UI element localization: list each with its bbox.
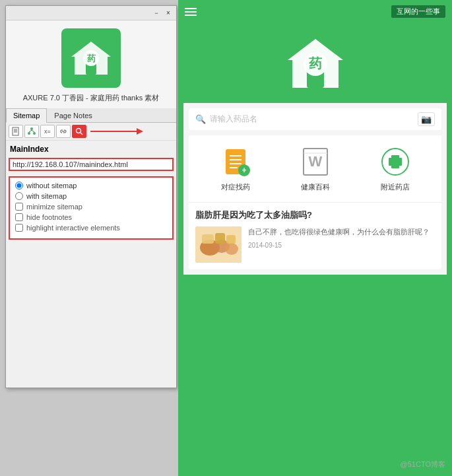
- sitemap-content: MainIndex without sitemap with sitemap m…: [6, 141, 176, 244]
- watermark: @51CTO博客: [401, 459, 445, 469]
- category-label-1: 健康百科: [301, 182, 330, 192]
- phone-content-area: + 对症找药 W 健康百科: [189, 135, 441, 269]
- radio-with-sitemap[interactable]: with sitemap: [15, 192, 167, 200]
- hamburger-menu[interactable]: [185, 8, 197, 16]
- url-input[interactable]: [9, 158, 174, 171]
- svg-text:药: 药: [309, 56, 323, 71]
- svg-point-10: [33, 132, 36, 135]
- tabs-bar: Sitemap Page Notes: [6, 108, 176, 123]
- toolbar-btn-page[interactable]: [9, 125, 23, 138]
- checkbox-minimize-sitemap-label: minimize sitemap: [26, 203, 82, 211]
- phone-search-bar[interactable]: 🔍 请输入药品名 📷: [189, 108, 441, 130]
- window-title: AXURE 7.0 丁香园 - 家庭用药 thanks 素材: [23, 93, 160, 103]
- svg-line-12: [32, 130, 34, 132]
- article-thumbnail: [195, 226, 242, 263]
- health-wiki-icon: W: [300, 147, 331, 177]
- article-description: 自己不胖，也吃得很绿色健康啊，为什么会有脂肪肝呢？: [248, 226, 435, 238]
- radio-with-sitemap-input[interactable]: [15, 192, 23, 200]
- hamburger-line-3: [185, 15, 197, 16]
- checkbox-highlight-interactive[interactable]: highlight interactive elements: [15, 224, 167, 232]
- svg-line-15: [81, 133, 82, 135]
- category-icon-1: W: [299, 145, 332, 178]
- search-icon: [75, 127, 84, 136]
- toolbar-btn-search[interactable]: [72, 125, 86, 138]
- link-icon: [59, 127, 68, 136]
- phone-header: 互网的一些事: [178, 0, 452, 20]
- svg-point-36: [225, 243, 238, 255]
- svg-rect-38: [215, 233, 225, 244]
- page-icon: [11, 127, 20, 136]
- category-label-0: 对症找药: [221, 182, 250, 192]
- radio-without-sitemap[interactable]: without sitemap: [15, 182, 167, 189]
- toolbar-btn-link[interactable]: [56, 125, 71, 138]
- category-item-0[interactable]: + 对症找药: [219, 145, 252, 192]
- tree-icon: [27, 127, 36, 136]
- checkbox-hide-footnotes[interactable]: hide footnotes: [15, 213, 167, 221]
- article-card[interactable]: 脂肪肝是因为吃了太多油脂吗?: [189, 203, 441, 269]
- top-right-label: 互网的一些事: [391, 5, 445, 18]
- arrow-head: [137, 128, 143, 135]
- toolbar-arrow: [90, 126, 143, 137]
- svg-text:+: +: [242, 166, 246, 175]
- medicine-list-icon: +: [220, 147, 251, 177]
- svg-rect-37: [202, 234, 214, 244]
- close-button[interactable]: ×: [163, 9, 174, 18]
- category-item-2[interactable]: 附近药店: [379, 145, 412, 192]
- radio-with-sitemap-label: with sitemap: [26, 192, 67, 200]
- tab-sitemap[interactable]: Sitemap: [6, 108, 47, 123]
- category-label-2: 附近药店: [381, 182, 410, 192]
- checkbox-hide-footnotes-label: hide footnotes: [26, 213, 72, 221]
- logo-area: 药 AXURE 7.0 丁香园 - 家庭用药 thanks 素材: [6, 20, 176, 108]
- svg-line-11: [29, 130, 32, 132]
- toolbar-btn-tree[interactable]: [24, 125, 39, 138]
- checkbox-hide-footnotes-input[interactable]: [15, 213, 23, 221]
- svg-point-8: [30, 127, 33, 130]
- article-text-block: 自己不胖，也吃得很绿色健康啊，为什么会有脂肪肝呢？ 2014-09-15: [248, 226, 435, 263]
- phone-body: 🔍 请输入药品名 📷 +: [183, 103, 447, 275]
- svg-point-14: [77, 129, 81, 133]
- hamburger-line-1: [185, 8, 197, 9]
- svg-text:W: W: [308, 153, 322, 170]
- article-thumb-svg: [195, 226, 242, 263]
- logo-box: 药: [61, 28, 121, 88]
- checkbox-highlight-interactive-input[interactable]: [15, 224, 23, 232]
- article-date: 2014-09-15: [248, 242, 435, 249]
- svg-point-9: [28, 132, 30, 135]
- tab-page-notes[interactable]: Page Notes: [47, 108, 99, 123]
- logo-house-svg: 药: [68, 38, 114, 78]
- nearby-store-icon: [380, 147, 410, 177]
- options-box: without sitemap with sitemap minimize si…: [9, 176, 174, 240]
- category-icon-2: [379, 145, 412, 178]
- category-item-1[interactable]: W 健康百科: [299, 145, 332, 192]
- svg-rect-4: [13, 127, 18, 135]
- radio-without-sitemap-input[interactable]: [15, 182, 23, 189]
- search-placeholder-text: 请输入药品名: [210, 114, 414, 125]
- phone-logo-svg: 药: [282, 34, 348, 93]
- checkbox-minimize-sitemap-input[interactable]: [15, 203, 23, 211]
- checkbox-minimize-sitemap[interactable]: minimize sitemap: [15, 203, 167, 211]
- article-content: 自己不胖，也吃得很绿色健康啊，为什么会有脂肪肝呢？ 2014-09-15: [195, 226, 435, 263]
- toolbar-btn-equals[interactable]: x=: [40, 125, 55, 138]
- category-icon-0: +: [219, 145, 252, 178]
- svg-text:药: 药: [87, 53, 96, 63]
- category-row: + 对症找药 W 健康百科: [189, 135, 441, 203]
- search-icon: 🔍: [195, 114, 206, 124]
- sitemap-node-label: MainIndex: [9, 145, 174, 154]
- main-window: － × 药 AXURE 7.0 丁香园 - 家庭用药 thanks 素材 Sit…: [5, 5, 177, 388]
- phone-logo-area: 药: [178, 20, 452, 103]
- camera-icon[interactable]: 📷: [418, 112, 435, 126]
- svg-rect-39: [226, 235, 236, 244]
- phone-panel: 互网的一些事 药 🔍 请输入药品名 📷: [178, 0, 452, 476]
- arrow-line: [90, 131, 137, 132]
- radio-without-sitemap-label: without sitemap: [26, 182, 77, 189]
- checkbox-highlight-interactive-label: highlight interactive elements: [26, 224, 120, 232]
- article-title: 脂肪肝是因为吃了太多油脂吗?: [195, 209, 435, 221]
- minimize-button[interactable]: －: [151, 9, 162, 18]
- toolbar: x=: [6, 123, 176, 141]
- svg-rect-32: [389, 158, 402, 166]
- window-titlebar: － ×: [6, 6, 176, 20]
- hamburger-line-2: [185, 11, 197, 13]
